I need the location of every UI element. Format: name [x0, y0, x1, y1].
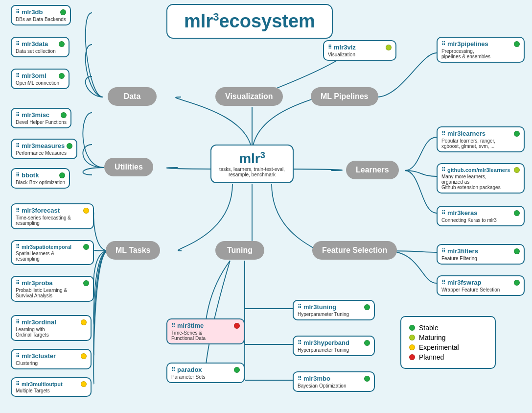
center-node: mlr3 tasks, learners, train-test-eval, r…	[210, 145, 294, 183]
status-dot	[364, 340, 370, 346]
center-title: mlr3	[218, 150, 286, 167]
status-dot	[83, 244, 89, 250]
title-text: mlr3ecosystem	[182, 11, 317, 32]
pkg-mlr3multioutput[interactable]: ⠿mlr3multioutput Multiple Targets	[11, 377, 92, 397]
status-dot	[514, 131, 520, 137]
cat-learners: Learners	[346, 161, 399, 179]
status-dot	[514, 167, 520, 173]
status-dot	[59, 172, 65, 178]
legend-label-planned: Planned	[419, 353, 444, 361]
pkg-desc: Wrapper Feature Selection	[441, 287, 520, 292]
pkg-mlr3mbo[interactable]: ⠿mlr3mbo Bayesian Optimization	[293, 371, 375, 392]
status-dot	[386, 45, 392, 50]
pkg-desc: Data set collection	[16, 49, 65, 54]
pkg-desc: Bayesian Optimization	[298, 383, 370, 389]
pkg-desc: Devel Helper Functions	[16, 120, 67, 125]
legend-label-maturing: Maturing	[419, 334, 445, 341]
cat-utilities: Utilities	[104, 158, 153, 176]
pkg-desc: Parameter Sets	[171, 374, 240, 380]
pkg-mlr3measures[interactable]: ⠿mlr3measures Performance Measures	[11, 139, 77, 159]
status-dot	[81, 353, 87, 359]
pkg-mlr3hyperband[interactable]: ⠿mlr3hyperband Hyperparameter Tuning	[293, 336, 375, 356]
pkg-desc: Time-Series &Functional Data	[171, 330, 240, 341]
legend-label-stable: Stable	[419, 324, 439, 332]
pkg-desc: Many more learners,organized asGithub ex…	[441, 174, 520, 190]
pkg-mlr3filters[interactable]: ⠿mlr3filters Feature Filtering	[437, 244, 525, 265]
pkg-mlr3viz[interactable]: ⠿mlr3viz Visualization	[323, 40, 396, 61]
pkg-mlr3fswrap[interactable]: ⠿mlr3fswrap Wrapper Feature Selection	[437, 275, 525, 296]
pkg-desc: Multiple Targets	[16, 388, 87, 393]
status-dot	[514, 248, 520, 254]
pkg-mlr3proba[interactable]: ⠿mlr3proba Probabilistic Learning &Survi…	[11, 276, 94, 302]
pkg-mlr3cluster[interactable]: ⠿mlr3cluster Clustering	[11, 349, 92, 369]
status-dot	[83, 280, 89, 286]
pkg-mlr3pipelines[interactable]: ⠿mlr3pipelines Preprocessing,pipelines &…	[437, 37, 525, 63]
legend-planned: Planned	[409, 353, 487, 361]
pkg-desc: Popular learners, ranger,xgboost, glmnet…	[441, 138, 520, 149]
pkg-desc: OpenML connection	[16, 80, 65, 86]
status-dot	[59, 73, 65, 79]
status-dot	[364, 376, 370, 382]
pkg-desc: Probabilistic Learning &Survival Analysi…	[16, 288, 89, 298]
pkg-desc: Preprocessing,pipelines & ensembles	[441, 49, 520, 59]
pkg-desc: Visualization	[328, 52, 392, 57]
status-dot	[364, 304, 370, 310]
legend-dot-experimental	[409, 344, 415, 350]
cat-data: Data	[108, 87, 157, 106]
pkg-bbotk[interactable]: ⠿bbotk Black-Box optimization	[11, 168, 70, 189]
cat-tuning: Tuning	[215, 241, 264, 260]
status-dot	[234, 323, 240, 329]
legend-experimental: Experimental	[409, 343, 487, 351]
pkg-desc: Performance Measures	[16, 150, 72, 156]
status-dot	[83, 208, 89, 214]
pkg-mlr3ordinal[interactable]: ⠿mlr3ordinal Learning withOrdinal Target…	[11, 315, 92, 341]
status-dot	[514, 41, 520, 47]
pkg-desc: Feature Filtering	[441, 256, 520, 261]
cat-featsel: Feature Selection	[312, 241, 397, 260]
pkg-paradox[interactable]: ⠿paradox Parameter Sets	[166, 363, 245, 383]
status-dot	[59, 41, 65, 47]
cat-pipelines: ML Pipelines	[311, 87, 378, 106]
legend-dot-stable	[409, 325, 415, 331]
legend: Stable Maturing Experimental Planned	[400, 316, 496, 369]
cat-mltasks: ML Tasks	[106, 241, 160, 260]
legend-label-experimental: Experimental	[419, 343, 459, 351]
pkg-icon: ⠿	[16, 9, 20, 15]
status-dot	[234, 367, 240, 373]
status-dot	[81, 319, 87, 325]
legend-maturing: Maturing	[409, 334, 487, 341]
legend-stable: Stable	[409, 324, 487, 332]
pkg-desc: Spatial learners &resampling	[16, 251, 89, 262]
pkg-desc: Black-Box optimization	[16, 180, 65, 185]
center-subtitle: tasks, learners, train-test-eval, resamp…	[218, 167, 286, 177]
status-dot	[67, 143, 72, 149]
pkg-mlr3oml[interactable]: ⠿mlr3oml OpenML connection	[11, 69, 69, 89]
pkg-desc: Learning withOrdinal Targets	[16, 327, 87, 338]
pkg-github-learners[interactable]: ⠿github.com/mlr3learners Many more learn…	[437, 163, 525, 194]
cat-viz: Visualization	[215, 87, 283, 106]
pkg-mlr3spatiotemporal[interactable]: ⠿mlr3spatiotemporal Spatial learners &re…	[11, 240, 94, 265]
pkg-desc: Hyperparameter Tuning	[298, 347, 370, 353]
status-dot	[81, 381, 87, 387]
status-dot	[514, 280, 520, 286]
status-dot	[61, 112, 67, 118]
legend-dot-planned	[409, 354, 415, 360]
pkg-desc: DBs as Data Backends	[16, 17, 66, 22]
status-dot	[60, 9, 66, 15]
pkg-mlr3tuning[interactable]: ⠿mlr3tuning Hyperparameter Tuning	[293, 300, 375, 320]
pkg-desc: Connecting Keras to mlr3	[441, 218, 520, 223]
pkg-mlr3data[interactable]: ⠿mlr3data Data set collection	[11, 37, 69, 57]
pkg-desc: Clustering	[16, 361, 87, 366]
pkg-mlr3forecast[interactable]: ⠿mlr3forecast Time-series forecasting &r…	[11, 203, 94, 229]
ecosystem-title: mlr3ecosystem	[166, 4, 333, 39]
pkg-mlr3db[interactable]: ⠿mlr3db DBs as Data Backends	[11, 5, 71, 25]
pkg-desc: Time-series forecasting &resampling	[16, 215, 89, 226]
pkg-mlr3misc[interactable]: ⠿mlr3misc Devel Helper Functions	[11, 108, 71, 128]
pkg-mlr3keras[interactable]: ⠿mlr3keras Connecting Keras to mlr3	[437, 206, 525, 226]
status-dot	[514, 210, 520, 216]
pkg-mlr3learners[interactable]: ⠿mlr3learners Popular learners, ranger,x…	[437, 126, 525, 152]
legend-dot-maturing	[409, 335, 415, 340]
pkg-desc: Hyperparameter Tuning	[298, 312, 370, 317]
pkg-mlr3time[interactable]: ⠿mlr3time Time-Series &Functional Data	[166, 318, 245, 344]
